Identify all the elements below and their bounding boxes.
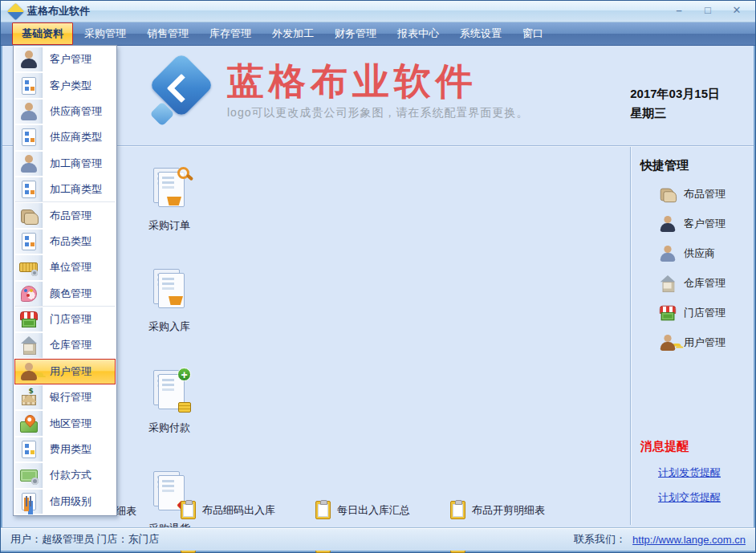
dropdown-menu-item[interactable]: 单位管理 — [14, 254, 116, 280]
dropdown-item-icon-cell — [15, 255, 43, 279]
report-link[interactable]: 每日出入库汇总 — [315, 501, 410, 519]
window-title: 蓝格布业软件 — [27, 4, 90, 18]
minimize-button[interactable]: – — [670, 4, 688, 18]
dropdown-menu-item[interactable]: 用户管理 — [14, 359, 116, 384]
dropdown-menu-item[interactable]: 布品类型 — [14, 229, 116, 254]
dropdown-menu-item[interactable]: 仓库管理 — [14, 332, 116, 358]
logo-block: 蓝格布业软件 logo可以更改成贵公司形象图，请在系统配置界面更换。 — [147, 60, 528, 134]
title-bar: 蓝格布业软件 – □ ✕ — [1, 1, 755, 22]
quick-item[interactable]: 布品管理 — [658, 185, 754, 204]
report-link[interactable]: 布品开剪明细表 — [450, 501, 545, 519]
dropdown-item-icon — [19, 284, 39, 303]
quick-item-label: 用户管理 — [684, 335, 726, 350]
quick-item[interactable]: 供应商 — [658, 244, 754, 263]
current-weekday: 星期三 — [630, 104, 720, 123]
quick-item[interactable]: 客户管理 — [658, 214, 754, 234]
dropdown-item-label: 加工商管理 — [43, 157, 102, 171]
base-data-dropdown-menu: 客户管理 客户类型 供应商管理 供应商类型 — [13, 45, 117, 516]
menu-item[interactable]: 库存管理 — [200, 22, 261, 45]
toolbar-grip — [4, 26, 10, 41]
dropdown-item-icon — [19, 388, 39, 407]
dropdown-item-label: 银行管理 — [43, 390, 91, 405]
dropdown-item-label: 客户管理 — [43, 52, 91, 67]
dropdown-menu-item[interactable]: 银行管理 — [14, 384, 116, 410]
dropdown-menu-item[interactable]: 供应商类型 — [14, 124, 116, 150]
dropdown-item-label: 付款方式 — [43, 468, 91, 482]
current-date: 2017年03月15日 — [630, 84, 720, 104]
shortcut-cell[interactable]: 采购入库 — [113, 255, 226, 356]
dropdown-item-icon-cell — [15, 385, 43, 409]
menu-item[interactable]: 基础资料 — [12, 22, 73, 45]
dropdown-menu-item[interactable]: 信用级别 — [14, 489, 116, 514]
dropdown-item-icon-cell — [15, 463, 43, 487]
clipboard-icon — [181, 501, 196, 519]
close-button[interactable]: ✕ — [728, 4, 746, 18]
shortcut-label: 采购付款 — [148, 421, 190, 435]
dropdown-item-label: 门店管理 — [43, 312, 91, 327]
dropdown-item-icon-cell — [15, 437, 43, 462]
dropdown-item-label: 用户管理 — [43, 364, 91, 379]
menu-item[interactable]: 销售管理 — [137, 22, 198, 45]
menu-bar: 基础资料 采购管理 销售管理 库存管理 外发加工 财务管理 报表中心 系统设置 … — [1, 22, 755, 46]
shortcut-cell[interactable]: 采购订单 — [113, 154, 226, 255]
dropdown-item-icon-cell — [15, 360, 43, 384]
dropdown-menu-item[interactable]: 客户类型 — [14, 72, 116, 98]
dropdown-menu-item[interactable]: 客户管理 — [14, 47, 116, 72]
shortcut-cell[interactable]: 采购付款 — [113, 356, 226, 457]
dropdown-menu-item[interactable]: 加工商类型 — [14, 177, 116, 202]
dropdown-menu-item[interactable]: 付款方式 — [14, 462, 116, 488]
quick-item[interactable]: 门店管理 — [658, 303, 754, 323]
dropdown-menu-item[interactable]: 费用类型 — [14, 437, 116, 462]
dropdown-item-icon-cell — [15, 73, 43, 97]
dropdown-item-icon-cell — [15, 177, 43, 201]
report-link[interactable]: 布品细码出入库 — [181, 501, 275, 519]
menu-item[interactable]: 财务管理 — [325, 22, 386, 45]
dropdown-menu-item[interactable]: 门店管理 — [14, 307, 116, 332]
quick-item-icon — [659, 245, 677, 262]
shortcut-label: 采购入库 — [148, 319, 190, 334]
menu-item[interactable]: 采购管理 — [75, 22, 136, 45]
clipboard-icon — [450, 501, 465, 519]
app-logo-icon — [9, 5, 22, 18]
menu-item[interactable]: 外发加工 — [262, 22, 323, 45]
dropdown-menu-item[interactable]: 供应商管理 — [14, 99, 116, 124]
report-link-partial-1[interactable]: 细表 — [116, 504, 136, 518]
contact-label: 联系我们： — [574, 532, 626, 547]
quick-item[interactable]: 仓库管理 — [658, 274, 754, 293]
menu-item[interactable]: 报表中心 — [388, 22, 449, 45]
dropdown-item-icon-cell — [15, 100, 43, 124]
dropdown-item-icon-cell — [15, 307, 43, 331]
quick-item-list: 布品管理 客户管理 供应商 仓库管理 — [640, 185, 754, 352]
dropdown-item-label: 单位管理 — [43, 260, 91, 274]
dropdown-menu-item[interactable]: 颜色管理 — [14, 281, 116, 307]
quick-item-icon — [659, 215, 677, 233]
dropdown-item-label: 布品类型 — [43, 234, 91, 249]
website-link[interactable]: http://www.lange.com.cn — [632, 534, 746, 546]
clipboard-icon — [315, 501, 331, 519]
dropdown-item-label: 布品管理 — [43, 209, 91, 223]
plan-deliver-remind-link[interactable]: 计划交货提醒 — [658, 490, 754, 505]
quick-item-icon — [659, 334, 677, 352]
menu-item[interactable]: 系统设置 — [450, 22, 511, 45]
dropdown-item-icon-cell — [15, 230, 43, 254]
dropdown-item-label: 客户类型 — [43, 79, 91, 93]
menu-item[interactable]: 窗口 — [513, 22, 553, 45]
status-bar: 用户：超级管理员 门店：东门店 联系我们： http://www.lange.c… — [1, 527, 755, 551]
dropdown-item-label: 费用类型 — [43, 442, 91, 457]
dropdown-item-icon — [19, 466, 39, 485]
maximize-button[interactable]: □ — [699, 4, 717, 18]
dropdown-item-icon — [19, 414, 39, 433]
dropdown-menu-item[interactable]: 布品管理 — [14, 202, 116, 228]
quick-item[interactable]: 用户管理 — [658, 333, 754, 352]
dropdown-menu-item[interactable]: 加工商管理 — [14, 151, 116, 177]
dropdown-item-icon-cell — [15, 282, 43, 306]
plan-ship-remind-link[interactable]: 计划发货提醒 — [658, 466, 754, 480]
logo-subtitle: logo可以更改成贵公司形象图，请在系统配置界面更换。 — [227, 106, 528, 120]
report-label: 布品开剪明细表 — [472, 503, 545, 518]
dropdown-item-icon — [19, 154, 39, 173]
dropdown-menu-item[interactable]: 地区管理 — [14, 410, 116, 436]
dropdown-item-label: 供应商类型 — [43, 130, 102, 144]
dropdown-item-icon — [19, 50, 39, 69]
shortcut-grid: 采购订单 采购入库 — [113, 154, 564, 553]
dropdown-item-icon — [19, 362, 39, 381]
